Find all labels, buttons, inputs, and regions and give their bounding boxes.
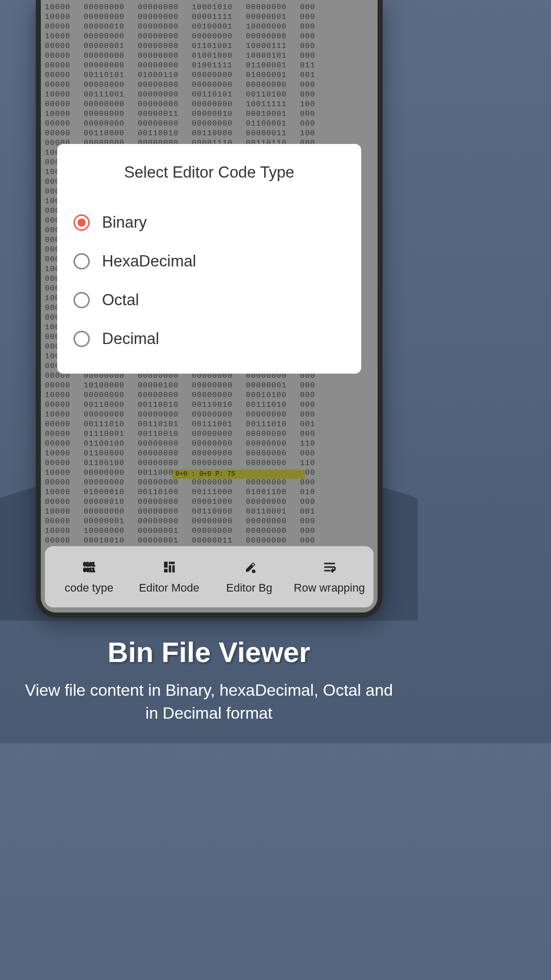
bottom-toolbar: 0101 0011 code type Editor Mode	[45, 546, 373, 607]
radio-option-hexadecimal[interactable]: HexaDecimal	[72, 242, 346, 281]
toolbar-label: code type	[65, 581, 113, 595]
toolbar-editor-bg[interactable]: Editor Bg	[209, 559, 289, 595]
toolbar-label: Row wrapping	[294, 581, 365, 595]
svg-rect-5	[172, 566, 174, 573]
radio-label: HexaDecimal	[102, 252, 196, 271]
grid-icon	[161, 559, 178, 575]
toolbar-editor-mode[interactable]: Editor Mode	[129, 559, 209, 595]
paint-icon	[241, 559, 258, 575]
radio-option-decimal[interactable]: Decimal	[72, 320, 346, 358]
toolbar-label: Editor Mode	[139, 581, 199, 595]
radio-label: Decimal	[102, 330, 159, 348]
radio-option-octal[interactable]: Octal	[72, 281, 346, 320]
promo-subtitle: View file content in Binary, hexaDecimal…	[20, 679, 397, 725]
binary-icon: 0101 0011	[81, 559, 97, 575]
svg-rect-3	[168, 562, 174, 565]
radio-label: Binary	[102, 213, 147, 232]
radio-circle-icon	[73, 292, 90, 308]
toolbar-label: Editor Bg	[226, 581, 272, 595]
radio-circle-icon	[73, 331, 90, 347]
radio-circle-icon	[73, 214, 90, 231]
svg-text:0101: 0101	[83, 561, 95, 567]
toolbar-row-wrapping[interactable]: Row wrapping	[289, 559, 369, 595]
svg-rect-6	[164, 569, 167, 573]
promo-title: Bin File Viewer	[0, 635, 418, 669]
phone-frame: 1000000000000000000001000101000000000000…	[36, 0, 383, 618]
svg-rect-2	[164, 562, 167, 568]
code-type-dialog: Select Editor Code Type BinaryHexaDecima…	[57, 144, 361, 374]
phone-screen: 1000000000000000000001000101000000000000…	[41, 0, 378, 612]
toolbar-code-type[interactable]: 0101 0011 code type	[49, 559, 129, 595]
radio-circle-icon	[73, 253, 90, 270]
svg-point-7	[252, 570, 255, 573]
radio-label: Octal	[102, 291, 139, 309]
dialog-title: Select Editor Code Type	[72, 163, 346, 182]
wrap-icon	[321, 559, 338, 575]
radio-option-binary[interactable]: Binary	[72, 203, 346, 242]
svg-text:0011: 0011	[83, 567, 95, 573]
svg-rect-4	[168, 566, 171, 573]
